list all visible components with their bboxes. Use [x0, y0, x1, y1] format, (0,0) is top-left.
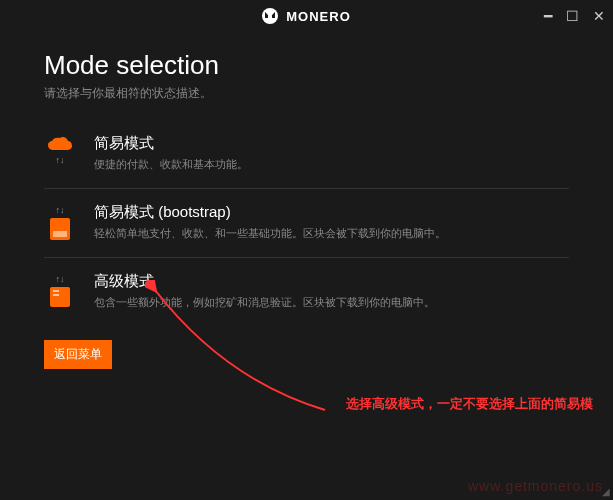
mode-advanced-desc: 包含一些额外功能，例如挖矿和消息验证。区块被下载到你的电脑中。 [94, 295, 435, 310]
mode-list: ↑↓ 简易模式 便捷的付款、收款和基本功能。 ↑↓ 简易模式 (bootstra… [44, 120, 569, 326]
content-area: Mode selection 请选择与你最相符的状态描述。 ↑↓ 简易模式 便捷… [0, 32, 613, 369]
mode-bootstrap-title: 简易模式 (bootstrap) [94, 203, 446, 222]
mode-advanced[interactable]: ↑↓ 高级模式 包含一些额外功能，例如挖矿和消息验证。区块被下载到你的电脑中。 [44, 258, 569, 326]
mode-simple-title: 简易模式 [94, 134, 248, 153]
sync-arrows-icon: ↑↓ [56, 205, 65, 215]
mode-advanced-text: 高级模式 包含一些额外功能，例如挖矿和消息验证。区块被下载到你的电脑中。 [94, 272, 435, 310]
mode-bootstrap-text: 简易模式 (bootstrap) 轻松简单地支付、收款、和一些基础功能。区块会被… [94, 203, 446, 241]
disk-icon [50, 218, 70, 240]
mode-bootstrap-desc: 轻松简单地支付、收款、和一些基础功能。区块会被下载到你的电脑中。 [94, 226, 446, 241]
cloud-icon [47, 136, 73, 152]
app-title-container: MONERO [262, 8, 351, 24]
maximize-icon[interactable]: ☐ [566, 8, 579, 24]
mode-bootstrap-icon-group: ↑↓ [44, 203, 76, 240]
server-icon [50, 287, 70, 307]
page-subtitle: 请选择与你最相符的状态描述。 [44, 85, 569, 102]
app-title: MONERO [286, 9, 351, 24]
sync-arrows-icon: ↑↓ [56, 155, 65, 165]
minimize-icon[interactable]: ━ [544, 8, 552, 24]
window-controls: ━ ☐ ✕ [544, 0, 605, 32]
mode-simple-desc: 便捷的付款、收款和基本功能。 [94, 157, 248, 172]
page-title: Mode selection [44, 50, 569, 81]
annotation-text: 选择高级模式，一定不要选择上面的简易模 [346, 395, 593, 413]
mode-advanced-title: 高级模式 [94, 272, 435, 291]
titlebar: MONERO ━ ☐ ✕ [0, 0, 613, 32]
resize-grip-icon[interactable]: ◢ [602, 486, 610, 497]
mode-simple-icon-group: ↑↓ [44, 134, 76, 165]
svg-point-0 [262, 8, 278, 24]
mode-bootstrap[interactable]: ↑↓ 简易模式 (bootstrap) 轻松简单地支付、收款、和一些基础功能。区… [44, 189, 569, 258]
mode-simple-text: 简易模式 便捷的付款、收款和基本功能。 [94, 134, 248, 172]
sync-arrows-icon: ↑↓ [56, 274, 65, 284]
monero-logo-icon [262, 8, 278, 24]
back-button[interactable]: 返回菜单 [44, 340, 112, 369]
watermark: www.getmonero.us [468, 478, 603, 494]
mode-advanced-icon-group: ↑↓ [44, 272, 76, 307]
mode-simple[interactable]: ↑↓ 简易模式 便捷的付款、收款和基本功能。 [44, 120, 569, 189]
close-icon[interactable]: ✕ [593, 8, 605, 24]
